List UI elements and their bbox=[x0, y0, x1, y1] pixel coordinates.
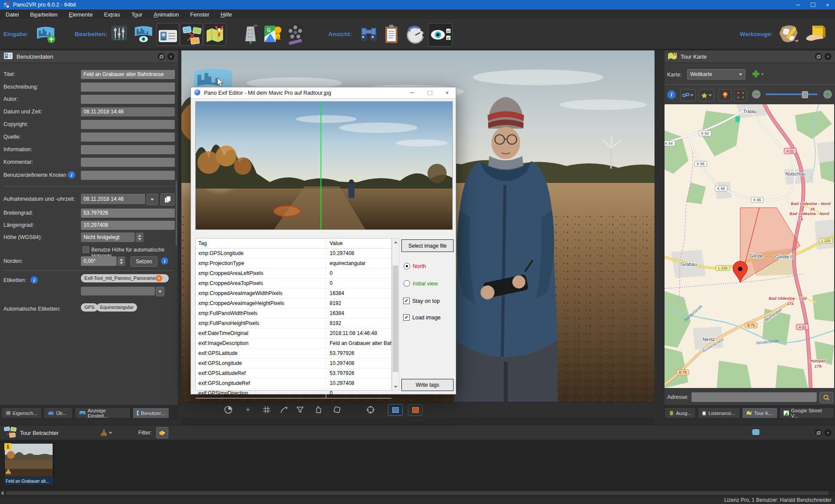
load-image-label[interactable]: Load image bbox=[412, 315, 441, 321]
grid-icon[interactable] bbox=[262, 405, 271, 414]
center-view-icon[interactable] bbox=[366, 405, 375, 414]
filter-tag-button[interactable] bbox=[156, 427, 168, 438]
table-row[interactable]: exif:ImageDescriptionFeld an Grabauer al… bbox=[196, 338, 391, 348]
hoehe-input[interactable]: Nicht festgelegt bbox=[81, 232, 135, 242]
dialog-titlebar[interactable]: Pano Exif Editor - Mit dem Mavic Pro auf… bbox=[191, 87, 456, 99]
table-row[interactable]: xmp:CroppedAreaTopPixels0 bbox=[196, 279, 391, 288]
output-icon[interactable] bbox=[805, 23, 827, 47]
karte-select[interactable]: Weltkarte bbox=[687, 69, 745, 80]
viewer-toggle-button[interactable] bbox=[428, 23, 452, 46]
tour-browser-icon[interactable] bbox=[180, 23, 203, 46]
tab-anzeige-einstellungen[interactable]: Anzeige Einstell... bbox=[75, 408, 130, 418]
patch-icon[interactable] bbox=[332, 405, 342, 414]
map-hotspot-style-button[interactable] bbox=[698, 89, 714, 101]
tour-map[interactable]: Tralau Nütschau Glinde Glinde II Grabau … bbox=[665, 104, 834, 388]
exif-tag-table[interactable]: Tag Value xmp:GPSLongitude10.297408 xmp:… bbox=[195, 238, 392, 391]
norden-stepper[interactable] bbox=[117, 256, 125, 266]
aufnahmedatum-value[interactable]: 08.11.2018 14:46 bbox=[81, 194, 145, 204]
menu-extras[interactable]: Extras bbox=[98, 10, 126, 19]
dialog-minimize-icon[interactable] bbox=[404, 87, 421, 98]
table-scrollbar[interactable] bbox=[392, 238, 399, 391]
viewing-parameters-icon[interactable] bbox=[133, 25, 154, 46]
setzen-button[interactable]: Setzen bbox=[130, 256, 157, 267]
copy-date-button[interactable] bbox=[160, 193, 174, 206]
etikett-combo-arrow[interactable] bbox=[156, 287, 164, 296]
write-tags-button[interactable]: Write tags bbox=[401, 379, 454, 391]
table-row[interactable]: exif:GPSImgDirection0 bbox=[196, 388, 391, 398]
select-image-file-button[interactable]: Select image file bbox=[401, 239, 454, 252]
animation-icon[interactable] bbox=[285, 23, 305, 46]
view-mode-alt-button[interactable] bbox=[408, 404, 423, 416]
kommentar-input[interactable] bbox=[81, 158, 175, 167]
table-row[interactable]: xmp:GPSLongitude10.297408 bbox=[196, 249, 391, 259]
tour-map-icon[interactable] bbox=[204, 23, 226, 46]
tab-eigenschaften[interactable]: Eigensch... bbox=[1, 408, 42, 418]
table-row[interactable]: xmp:CroppedAreaImageHeightPixels8192 bbox=[196, 298, 391, 308]
remove-tag-icon[interactable]: × bbox=[156, 275, 162, 282]
overview-binoculars-icon[interactable] bbox=[359, 26, 378, 45]
time-icon[interactable] bbox=[404, 24, 425, 46]
panorama-thumbnail[interactable] bbox=[4, 443, 54, 478]
google-maps-icon[interactable]: G bbox=[264, 24, 284, 46]
load-image-checkbox[interactable]: ✓ bbox=[403, 314, 410, 321]
patch-tool-icon[interactable] bbox=[778, 23, 799, 47]
menu-tour[interactable]: Tour bbox=[126, 10, 148, 19]
map-fit-view-button[interactable] bbox=[734, 89, 747, 101]
close-panel-icon[interactable]: × bbox=[825, 53, 832, 60]
tab-benutzerdaten[interactable]: Benutzer... bbox=[133, 408, 169, 418]
scroll-left-arrow[interactable] bbox=[1, 491, 3, 495]
adresse-search-button[interactable] bbox=[819, 392, 833, 403]
adresse-input[interactable] bbox=[691, 392, 817, 402]
panel-scrollbar[interactable] bbox=[176, 181, 177, 246]
table-row[interactable]: xmp:ProjectionTypeequirectangular bbox=[196, 259, 391, 269]
patch-input-icon[interactable] bbox=[243, 24, 258, 46]
scrollbar-thumb[interactable] bbox=[393, 265, 398, 372]
hoehe-hotspots-checkbox[interactable] bbox=[83, 246, 89, 253]
info-icon[interactable]: i bbox=[161, 257, 168, 265]
north-radio-label[interactable]: North bbox=[413, 263, 426, 269]
list-clipboard-icon[interactable] bbox=[384, 24, 399, 46]
norden-input[interactable]: 0,00° bbox=[81, 256, 117, 266]
map-link-button[interactable] bbox=[680, 89, 696, 101]
map-add-pin-button[interactable] bbox=[718, 89, 731, 101]
add-panorama-icon[interactable] bbox=[35, 25, 57, 46]
dialog-maximize-icon[interactable] bbox=[421, 87, 438, 98]
tab-tour-karte[interactable]: Tour K... bbox=[742, 408, 778, 418]
table-row[interactable]: xmp:FullPanoHeightPixels8192 bbox=[196, 318, 391, 328]
information-input[interactable] bbox=[81, 145, 175, 154]
maximize-button[interactable] bbox=[805, 0, 820, 10]
stay-on-top-checkbox[interactable]: ✓ bbox=[403, 298, 410, 304]
date-dropdown-button[interactable] bbox=[147, 194, 158, 205]
breitengrad-input[interactable]: 53.797926 bbox=[81, 209, 175, 218]
tab-listenansicht[interactable]: Listenansi... bbox=[698, 408, 740, 418]
menu-bearbeiten[interactable]: Bearbeiten bbox=[24, 10, 63, 19]
table-row[interactable]: xmp:CroppedAreaImageWidthPixels16384 bbox=[196, 288, 391, 298]
table-row[interactable]: exif:GPSLongitude10.297408 bbox=[196, 358, 391, 368]
close-button[interactable]: × bbox=[820, 0, 835, 10]
table-row[interactable]: exif:DateTimeOriginal2018:11:08 14:46:48 bbox=[196, 328, 391, 338]
initial-view-radio[interactable] bbox=[404, 280, 410, 287]
table-row[interactable]: exif:GPSLatitudeRef53.797926 bbox=[196, 368, 391, 378]
filter-funnel-icon[interactable] bbox=[295, 405, 305, 414]
laengengrad-input[interactable]: 10.297408 bbox=[81, 221, 175, 230]
stamp-tool-button[interactable] bbox=[100, 429, 112, 437]
tab-ausgabe[interactable]: Ausg... bbox=[665, 408, 696, 418]
tab-google-street-view[interactable]: Google Street V... bbox=[779, 408, 834, 418]
pan-hand-icon[interactable] bbox=[314, 405, 323, 414]
autor-input[interactable] bbox=[81, 95, 175, 104]
info-icon[interactable]: i bbox=[30, 276, 38, 284]
close-panel-icon[interactable]: × bbox=[825, 429, 832, 436]
map-zoom-slider[interactable] bbox=[765, 93, 818, 95]
minimize-button[interactable] bbox=[791, 0, 805, 10]
col-header-value[interactable]: Value bbox=[326, 239, 391, 248]
zoom-out-icon[interactable] bbox=[752, 90, 761, 101]
hotspot-arrow-icon[interactable] bbox=[279, 405, 289, 414]
etikett-combo[interactable] bbox=[81, 287, 155, 295]
titel-input[interactable]: Feld an Grabauer alter Bahntrasse bbox=[81, 70, 175, 79]
float-panel-icon[interactable] bbox=[815, 429, 822, 436]
menu-hilfe[interactable]: Hilfe bbox=[215, 10, 237, 19]
initial-view-radio-label[interactable]: Initial view bbox=[413, 281, 438, 287]
beschreibung-input[interactable] bbox=[81, 83, 175, 92]
add-crosshair-icon[interactable]: + bbox=[243, 405, 253, 414]
thumbnail-caption[interactable]: Feld an Grabauer alt... bbox=[4, 477, 53, 485]
